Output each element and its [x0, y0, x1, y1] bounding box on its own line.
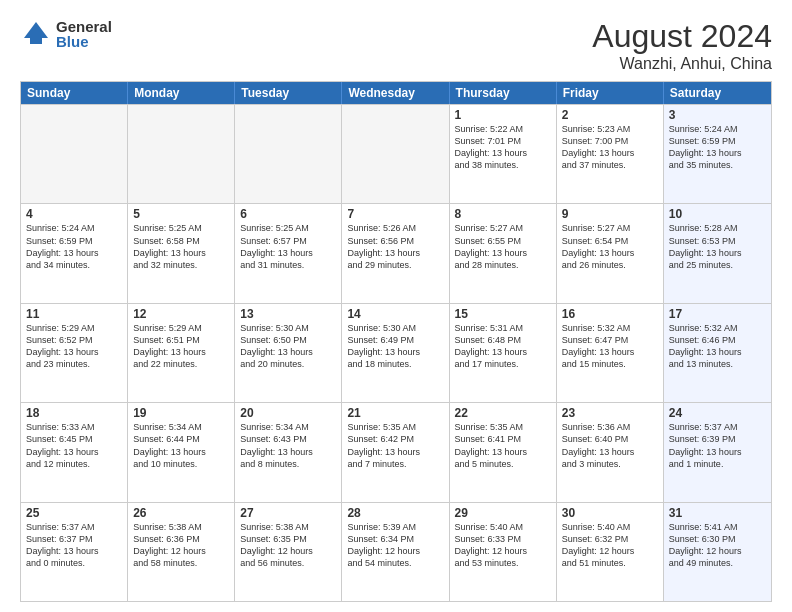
day-number: 18 [26, 406, 122, 420]
day-info: Sunrise: 5:36 AM Sunset: 6:40 PM Dayligh… [562, 421, 658, 470]
logo-general-text: General [56, 19, 112, 34]
day-number: 22 [455, 406, 551, 420]
logo-blue-text: Blue [56, 34, 112, 49]
empty-cell-0-3 [342, 105, 449, 203]
week-row-1: 1Sunrise: 5:22 AM Sunset: 7:01 PM Daylig… [21, 104, 771, 203]
day-info: Sunrise: 5:38 AM Sunset: 6:35 PM Dayligh… [240, 521, 336, 570]
day-number: 3 [669, 108, 766, 122]
header-day-tuesday: Tuesday [235, 82, 342, 104]
day-info: Sunrise: 5:34 AM Sunset: 6:43 PM Dayligh… [240, 421, 336, 470]
day-cell-3: 3Sunrise: 5:24 AM Sunset: 6:59 PM Daylig… [664, 105, 771, 203]
day-cell-22: 22Sunrise: 5:35 AM Sunset: 6:41 PM Dayli… [450, 403, 557, 501]
day-cell-23: 23Sunrise: 5:36 AM Sunset: 6:40 PM Dayli… [557, 403, 664, 501]
day-cell-29: 29Sunrise: 5:40 AM Sunset: 6:33 PM Dayli… [450, 503, 557, 601]
day-info: Sunrise: 5:30 AM Sunset: 6:50 PM Dayligh… [240, 322, 336, 371]
day-cell-13: 13Sunrise: 5:30 AM Sunset: 6:50 PM Dayli… [235, 304, 342, 402]
day-info: Sunrise: 5:26 AM Sunset: 6:56 PM Dayligh… [347, 222, 443, 271]
day-cell-28: 28Sunrise: 5:39 AM Sunset: 6:34 PM Dayli… [342, 503, 449, 601]
day-info: Sunrise: 5:34 AM Sunset: 6:44 PM Dayligh… [133, 421, 229, 470]
day-info: Sunrise: 5:38 AM Sunset: 6:36 PM Dayligh… [133, 521, 229, 570]
day-number: 21 [347, 406, 443, 420]
day-info: Sunrise: 5:27 AM Sunset: 6:54 PM Dayligh… [562, 222, 658, 271]
day-number: 7 [347, 207, 443, 221]
day-info: Sunrise: 5:35 AM Sunset: 6:41 PM Dayligh… [455, 421, 551, 470]
day-info: Sunrise: 5:22 AM Sunset: 7:01 PM Dayligh… [455, 123, 551, 172]
day-number: 2 [562, 108, 658, 122]
calendar-header: SundayMondayTuesdayWednesdayThursdayFrid… [21, 82, 771, 104]
day-number: 29 [455, 506, 551, 520]
day-number: 5 [133, 207, 229, 221]
day-number: 10 [669, 207, 766, 221]
day-info: Sunrise: 5:28 AM Sunset: 6:53 PM Dayligh… [669, 222, 766, 271]
day-cell-17: 17Sunrise: 5:32 AM Sunset: 6:46 PM Dayli… [664, 304, 771, 402]
day-number: 4 [26, 207, 122, 221]
day-cell-11: 11Sunrise: 5:29 AM Sunset: 6:52 PM Dayli… [21, 304, 128, 402]
empty-cell-0-1 [128, 105, 235, 203]
day-info: Sunrise: 5:32 AM Sunset: 6:46 PM Dayligh… [669, 322, 766, 371]
week-row-2: 4Sunrise: 5:24 AM Sunset: 6:59 PM Daylig… [21, 203, 771, 302]
week-row-5: 25Sunrise: 5:37 AM Sunset: 6:37 PM Dayli… [21, 502, 771, 601]
day-number: 11 [26, 307, 122, 321]
day-cell-24: 24Sunrise: 5:37 AM Sunset: 6:39 PM Dayli… [664, 403, 771, 501]
day-cell-2: 2Sunrise: 5:23 AM Sunset: 7:00 PM Daylig… [557, 105, 664, 203]
day-number: 24 [669, 406, 766, 420]
day-number: 6 [240, 207, 336, 221]
day-cell-27: 27Sunrise: 5:38 AM Sunset: 6:35 PM Dayli… [235, 503, 342, 601]
header-day-monday: Monday [128, 82, 235, 104]
day-info: Sunrise: 5:29 AM Sunset: 6:51 PM Dayligh… [133, 322, 229, 371]
day-cell-26: 26Sunrise: 5:38 AM Sunset: 6:36 PM Dayli… [128, 503, 235, 601]
header-day-wednesday: Wednesday [342, 82, 449, 104]
day-cell-30: 30Sunrise: 5:40 AM Sunset: 6:32 PM Dayli… [557, 503, 664, 601]
day-cell-12: 12Sunrise: 5:29 AM Sunset: 6:51 PM Dayli… [128, 304, 235, 402]
day-cell-9: 9Sunrise: 5:27 AM Sunset: 6:54 PM Daylig… [557, 204, 664, 302]
day-cell-19: 19Sunrise: 5:34 AM Sunset: 6:44 PM Dayli… [128, 403, 235, 501]
day-cell-10: 10Sunrise: 5:28 AM Sunset: 6:53 PM Dayli… [664, 204, 771, 302]
day-number: 14 [347, 307, 443, 321]
day-cell-16: 16Sunrise: 5:32 AM Sunset: 6:47 PM Dayli… [557, 304, 664, 402]
header-day-saturday: Saturday [664, 82, 771, 104]
day-cell-25: 25Sunrise: 5:37 AM Sunset: 6:37 PM Dayli… [21, 503, 128, 601]
day-number: 15 [455, 307, 551, 321]
day-number: 25 [26, 506, 122, 520]
day-info: Sunrise: 5:25 AM Sunset: 6:58 PM Dayligh… [133, 222, 229, 271]
week-row-4: 18Sunrise: 5:33 AM Sunset: 6:45 PM Dayli… [21, 402, 771, 501]
day-number: 28 [347, 506, 443, 520]
day-info: Sunrise: 5:32 AM Sunset: 6:47 PM Dayligh… [562, 322, 658, 371]
day-number: 26 [133, 506, 229, 520]
logo-icon [20, 18, 52, 50]
day-cell-15: 15Sunrise: 5:31 AM Sunset: 6:48 PM Dayli… [450, 304, 557, 402]
svg-rect-1 [30, 38, 42, 44]
page: General Blue August 2024 Wanzhi, Anhui, … [0, 0, 792, 612]
day-number: 8 [455, 207, 551, 221]
header: General Blue August 2024 Wanzhi, Anhui, … [20, 18, 772, 73]
day-info: Sunrise: 5:39 AM Sunset: 6:34 PM Dayligh… [347, 521, 443, 570]
day-cell-20: 20Sunrise: 5:34 AM Sunset: 6:43 PM Dayli… [235, 403, 342, 501]
day-cell-8: 8Sunrise: 5:27 AM Sunset: 6:55 PM Daylig… [450, 204, 557, 302]
day-number: 16 [562, 307, 658, 321]
day-info: Sunrise: 5:31 AM Sunset: 6:48 PM Dayligh… [455, 322, 551, 371]
day-cell-1: 1Sunrise: 5:22 AM Sunset: 7:01 PM Daylig… [450, 105, 557, 203]
day-number: 23 [562, 406, 658, 420]
week-row-3: 11Sunrise: 5:29 AM Sunset: 6:52 PM Dayli… [21, 303, 771, 402]
day-info: Sunrise: 5:37 AM Sunset: 6:39 PM Dayligh… [669, 421, 766, 470]
header-day-sunday: Sunday [21, 82, 128, 104]
day-number: 1 [455, 108, 551, 122]
day-info: Sunrise: 5:29 AM Sunset: 6:52 PM Dayligh… [26, 322, 122, 371]
day-info: Sunrise: 5:40 AM Sunset: 6:33 PM Dayligh… [455, 521, 551, 570]
day-info: Sunrise: 5:23 AM Sunset: 7:00 PM Dayligh… [562, 123, 658, 172]
svg-marker-0 [24, 22, 48, 38]
day-info: Sunrise: 5:41 AM Sunset: 6:30 PM Dayligh… [669, 521, 766, 570]
empty-cell-0-2 [235, 105, 342, 203]
day-info: Sunrise: 5:37 AM Sunset: 6:37 PM Dayligh… [26, 521, 122, 570]
day-number: 12 [133, 307, 229, 321]
calendar-body: 1Sunrise: 5:22 AM Sunset: 7:01 PM Daylig… [21, 104, 771, 601]
day-info: Sunrise: 5:40 AM Sunset: 6:32 PM Dayligh… [562, 521, 658, 570]
day-cell-7: 7Sunrise: 5:26 AM Sunset: 6:56 PM Daylig… [342, 204, 449, 302]
day-info: Sunrise: 5:35 AM Sunset: 6:42 PM Dayligh… [347, 421, 443, 470]
day-info: Sunrise: 5:27 AM Sunset: 6:55 PM Dayligh… [455, 222, 551, 271]
day-cell-6: 6Sunrise: 5:25 AM Sunset: 6:57 PM Daylig… [235, 204, 342, 302]
calendar: SundayMondayTuesdayWednesdayThursdayFrid… [20, 81, 772, 602]
day-cell-5: 5Sunrise: 5:25 AM Sunset: 6:58 PM Daylig… [128, 204, 235, 302]
logo-text: General Blue [56, 19, 112, 49]
header-day-thursday: Thursday [450, 82, 557, 104]
